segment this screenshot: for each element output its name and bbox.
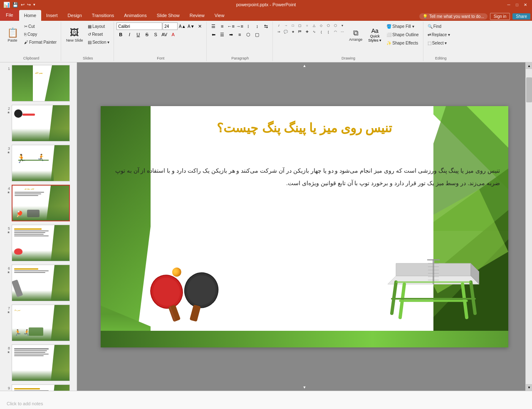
slide-img-1[interactable]: بسم الله bbox=[12, 65, 70, 102]
shape-star[interactable]: ★ bbox=[290, 29, 296, 35]
decrease-indent-button[interactable]: ←≡ bbox=[227, 22, 235, 30]
tab-home[interactable]: Home bbox=[19, 10, 41, 21]
slide-img-5[interactable] bbox=[12, 225, 70, 261]
scroll-down-button[interactable]: ▼ bbox=[303, 385, 307, 389]
slide-img-6[interactable] bbox=[12, 265, 70, 301]
bullets-button[interactable]: ☰ bbox=[209, 22, 218, 30]
layout-button[interactable]: ▦ Layout bbox=[86, 22, 111, 30]
slide-thumb-7[interactable]: 7 ★ تنیس پنگ 🏃 🏃 bbox=[2, 304, 75, 342]
italic-button[interactable]: I bbox=[125, 31, 134, 38]
shape-curve[interactable]: ∿ bbox=[311, 29, 317, 35]
paste-button[interactable]: 📋 Paste bbox=[3, 22, 22, 47]
shape-diamond[interactable]: ◇ bbox=[318, 22, 324, 28]
quick-access-redo[interactable]: ↪ bbox=[27, 2, 31, 7]
font-size-input[interactable] bbox=[163, 22, 178, 30]
shape-bracket[interactable]: [ bbox=[325, 29, 332, 35]
scroll-track[interactable] bbox=[526, 69, 532, 384]
restore-button[interactable]: □ bbox=[514, 1, 520, 8]
slide-thumb-9[interactable]: 9 bbox=[2, 384, 75, 391]
replace-button[interactable]: ⇄ Replace ▾ bbox=[426, 31, 452, 38]
shape-oval[interactable]: ○ bbox=[304, 22, 310, 28]
increase-indent-button[interactable]: →≡ bbox=[235, 22, 244, 30]
new-slide-button[interactable]: 🖼 New Slide bbox=[64, 22, 85, 47]
copy-button[interactable]: ⎘ Copy bbox=[22, 30, 58, 38]
strikethrough-button[interactable]: S bbox=[143, 31, 151, 38]
find-button[interactable]: 🔍 Find bbox=[426, 22, 443, 30]
slide-thumb-3[interactable]: 3 ★ 🏃 🏃 bbox=[2, 144, 75, 182]
font-size-increase-button[interactable]: A▲ bbox=[178, 22, 186, 30]
text-shadow-button[interactable]: S bbox=[151, 31, 160, 38]
direction-button[interactable]: ⇆ bbox=[262, 22, 270, 30]
slide-img-2[interactable] bbox=[12, 105, 70, 141]
char-spacing-button[interactable]: AV bbox=[160, 31, 168, 38]
slide-img-4[interactable]: تنیس روی میز 🏓 bbox=[12, 185, 70, 221]
tab-transitions[interactable]: Transitions bbox=[87, 10, 119, 21]
scroll-down-btn[interactable]: ▼ bbox=[526, 384, 532, 391]
shape-outline-button[interactable]: ⬜ Shape Outline bbox=[385, 31, 420, 38]
smart-art-button[interactable]: ⬡ bbox=[244, 31, 252, 38]
slide-canvas[interactable]: تنیس روی میز یا پینگ پنگ چیست؟ تنیس روی … bbox=[101, 106, 508, 347]
tab-animations[interactable]: Animations bbox=[119, 10, 151, 21]
shape-right-arrow[interactable]: ⇒ bbox=[275, 29, 282, 35]
slide-thumb-4[interactable]: 4 ★ تنیس روی میز 🏓 bbox=[2, 184, 75, 222]
shape-brace[interactable]: { bbox=[318, 29, 324, 35]
tab-design[interactable]: Design bbox=[63, 10, 87, 21]
tab-view[interactable]: View bbox=[210, 10, 230, 21]
arrange-button[interactable]: ⧉ Arrange bbox=[346, 22, 365, 47]
clear-format-button[interactable]: ✕ bbox=[195, 22, 204, 30]
bold-button[interactable]: B bbox=[116, 31, 125, 38]
cut-button[interactable]: ✂ Cut bbox=[22, 22, 58, 30]
shape-more2[interactable]: ⋯ bbox=[339, 29, 346, 35]
font-color-button[interactable]: A bbox=[169, 31, 177, 38]
sign-in-button[interactable]: Sign in bbox=[490, 13, 510, 20]
minimize-button[interactable]: ─ bbox=[505, 1, 512, 8]
font-name-input[interactable] bbox=[116, 22, 162, 30]
quick-access-save[interactable]: 💾 bbox=[12, 2, 18, 7]
section-button[interactable]: ▤ Section ▾ bbox=[86, 38, 111, 46]
tab-slide-show[interactable]: Slide Show bbox=[152, 10, 185, 21]
align-justify-button[interactable]: ≡ bbox=[235, 31, 244, 38]
columns-button[interactable]: ⫶ bbox=[244, 22, 252, 30]
shape-effects-button[interactable]: ✨ Shape Effects bbox=[385, 39, 420, 47]
slide-thumb-2[interactable]: 2 ★ bbox=[2, 104, 75, 142]
shape-more[interactable]: ▾ bbox=[339, 22, 346, 28]
slide-img-3[interactable]: 🏃 🏃 bbox=[12, 145, 70, 181]
shape-callout[interactable]: 💬 bbox=[282, 29, 289, 35]
align-center-button[interactable]: ☰ bbox=[218, 31, 226, 38]
close-button[interactable]: ✕ bbox=[522, 1, 529, 8]
scroll-thumb[interactable] bbox=[526, 77, 532, 102]
text-box-button[interactable]: ▢ bbox=[253, 31, 261, 38]
slide-img-9[interactable] bbox=[12, 384, 70, 391]
vertical-scrollbar[interactable]: ▲ ▼ bbox=[525, 62, 532, 391]
tab-file[interactable]: File bbox=[0, 9, 19, 21]
shape-fill-button[interactable]: 🪣 Shape Fill ▾ bbox=[385, 22, 420, 30]
reset-button[interactable]: ↺ Reset bbox=[86, 30, 111, 38]
notes-placeholder[interactable]: Click to add notes bbox=[7, 401, 43, 406]
slide-thumb-1[interactable]: 1 بسم الله bbox=[2, 64, 75, 102]
slide-img-8[interactable] bbox=[12, 345, 70, 381]
quick-access-more[interactable]: ▾ bbox=[33, 2, 35, 7]
scroll-up-button[interactable]: ▲ bbox=[303, 64, 307, 68]
scroll-up-btn[interactable]: ▲ bbox=[526, 62, 532, 69]
slide-thumb-6[interactable]: 6 ★ bbox=[2, 264, 75, 302]
tab-review[interactable]: Review bbox=[185, 10, 210, 21]
shape-arrow[interactable]: → bbox=[282, 22, 289, 28]
quick-access-undo[interactable]: ↩ bbox=[21, 2, 25, 7]
shape-cross[interactable]: ✚ bbox=[304, 29, 310, 35]
format-painter-button[interactable]: 🖌 Format Painter bbox=[22, 38, 58, 46]
align-left-button[interactable]: ⬅ bbox=[209, 31, 218, 38]
align-right-button[interactable]: ➡ bbox=[227, 31, 235, 38]
quick-styles-button[interactable]: Aa Quick Styles ▾ bbox=[366, 22, 384, 47]
slides-panel[interactable]: 1 بسم الله 2 ★ 3 ★ bbox=[0, 62, 77, 391]
tab-insert[interactable]: Insert bbox=[41, 10, 63, 21]
shape-banner[interactable]: ⛿ bbox=[297, 29, 303, 35]
shape-chord[interactable]: ◠ bbox=[332, 29, 339, 35]
slide-thumb-8[interactable]: 8 ★ bbox=[2, 344, 75, 382]
tell-me-box[interactable]: 💡 Tell me what you want to do... bbox=[419, 13, 487, 20]
shape-line[interactable]: / bbox=[275, 22, 282, 28]
font-size-decrease-button[interactable]: A▼ bbox=[187, 22, 195, 30]
shape-pentagon[interactable]: ⬠ bbox=[325, 22, 332, 28]
shape-triangle[interactable]: △ bbox=[311, 22, 317, 28]
line-spacing-button[interactable]: ↕ bbox=[253, 22, 261, 30]
select-button[interactable]: ⬚ Select ▾ bbox=[426, 39, 449, 47]
